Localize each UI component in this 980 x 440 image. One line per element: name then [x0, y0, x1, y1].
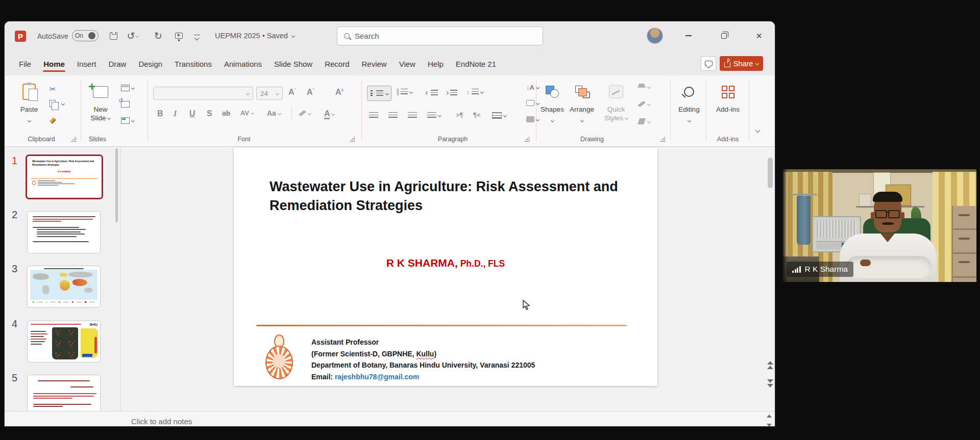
bullets-dropdown-icon[interactable] [385, 91, 388, 95]
section-dropdown-icon[interactable] [131, 119, 135, 122]
highlight-dropdown-icon[interactable] [308, 111, 311, 115]
justify-dropdown-icon[interactable] [438, 114, 442, 117]
bold-button[interactable]: B [157, 109, 163, 118]
editing-dropdown-icon[interactable] [687, 119, 691, 122]
slide-thumbnail-3[interactable] [27, 266, 101, 307]
spacing-dropdown-icon[interactable] [251, 111, 254, 115]
slide-contact-block[interactable]: Assistant Professor (Former Scientist-D,… [311, 337, 535, 382]
font-color-button[interactable]: A [324, 109, 334, 118]
tab-file[interactable]: File [13, 60, 37, 75]
previous-slide-button[interactable] [767, 361, 773, 369]
rtl-direction-button[interactable]: ¶< [473, 111, 481, 119]
font-dialog-launcher[interactable] [350, 137, 355, 142]
shape-effects-dropdown-icon[interactable] [647, 119, 651, 123]
slide-layout-button[interactable] [121, 85, 134, 91]
shape-fill-dropdown-icon[interactable] [647, 85, 651, 89]
tab-transitions[interactable]: Transitions [168, 60, 218, 75]
save-button[interactable] [107, 30, 120, 42]
italic-button[interactable]: I [174, 109, 177, 118]
shape-fill-button[interactable] [638, 84, 650, 90]
next-slide-button[interactable] [767, 379, 773, 387]
document-title[interactable]: UEPMR 2025 • Saved [215, 32, 295, 40]
tab-endnote[interactable]: EndNote 21 [450, 60, 502, 75]
tab-view[interactable]: View [393, 60, 422, 75]
restore-button[interactable] [713, 21, 735, 50]
character-spacing-button[interactable]: AV [240, 109, 254, 117]
close-button[interactable]: × [748, 21, 770, 50]
layout-dropdown-icon[interactable] [131, 86, 135, 90]
undo-dropdown-icon[interactable] [135, 34, 139, 37]
new-slide-dropdown-icon[interactable] [107, 116, 111, 120]
autosave-toggle[interactable]: On [72, 30, 99, 41]
addins-button[interactable]: Add-ins [712, 81, 744, 114]
convert-smartart-button[interactable] [526, 116, 539, 122]
powerpoint-app-icon[interactable]: P [15, 31, 26, 42]
text-direction-button[interactable] [526, 100, 539, 106]
undo-button[interactable]: ↺ [126, 30, 139, 42]
underline-button[interactable]: U [189, 109, 195, 118]
slide-title-text[interactable]: Wastewater Use in Agriculture: Risk Asse… [270, 177, 627, 215]
tab-draw[interactable]: Draw [102, 60, 132, 75]
justify-button[interactable] [427, 112, 441, 119]
font-name-combobox[interactable] [153, 87, 253, 100]
copy-dropdown-icon[interactable] [61, 101, 65, 105]
strikethrough-button[interactable]: ab [222, 109, 230, 117]
paste-dropdown-icon[interactable] [27, 119, 31, 122]
tab-slide-show[interactable]: Slide Show [268, 60, 318, 75]
section-button[interactable] [121, 117, 134, 124]
thumbnail-scrollbar[interactable] [115, 148, 118, 222]
shapes-button[interactable]: Shapes [538, 81, 567, 124]
tab-review[interactable]: Review [356, 60, 393, 75]
paste-button[interactable]: Paste [16, 81, 42, 124]
align-right-button[interactable] [408, 112, 417, 119]
change-case-button[interactable]: Aa [267, 109, 281, 117]
align-left-button[interactable] [369, 112, 378, 119]
minimize-button[interactable] [677, 21, 700, 50]
numbering-button[interactable]: 123 [397, 89, 412, 96]
font-name-dropdown-icon[interactable] [246, 91, 250, 95]
copy-button[interactable] [50, 100, 64, 107]
webcam-video-window[interactable]: R K Sharma [782, 169, 976, 282]
shape-outline-dropdown-icon[interactable] [647, 102, 651, 106]
search-input[interactable]: Search [337, 27, 543, 45]
share-button[interactable]: Share [720, 56, 763, 71]
tab-insert[interactable]: Insert [71, 60, 103, 75]
tab-animations[interactable]: Animations [218, 60, 268, 75]
slide-author-text[interactable]: R K SHARMA, Ph.D., FLS [234, 257, 657, 269]
quick-access-overflow-button[interactable] [190, 30, 204, 42]
notes-scroll-up[interactable] [767, 415, 772, 418]
drawing-dialog-launcher[interactable] [660, 137, 665, 142]
grow-font-button[interactable]: Aˆ [288, 88, 296, 97]
new-slide-button[interactable]: New Slide [86, 81, 115, 122]
slide-thumbnail-5[interactable] [27, 375, 101, 412]
align-center-button[interactable] [388, 112, 398, 119]
notes-pane[interactable]: Click to add notes [5, 411, 775, 426]
increase-indent-button[interactable] [446, 90, 457, 96]
font-color-dropdown-icon[interactable] [331, 112, 335, 116]
bullets-button[interactable] [367, 86, 391, 101]
reset-slide-button[interactable] [121, 101, 130, 108]
tab-design[interactable]: Design [132, 60, 168, 75]
account-avatar[interactable] [647, 28, 663, 44]
slide-thumbnail-2[interactable] [27, 211, 101, 253]
columns-button[interactable] [492, 112, 506, 119]
start-slideshow-button[interactable] [172, 30, 185, 42]
line-spacing-button[interactable]: ↕ [467, 89, 483, 95]
font-size-combobox[interactable]: 24 [256, 87, 283, 100]
title-dropdown-icon[interactable] [291, 34, 295, 37]
email-link[interactable]: rajeshbhu78@gmail.com [335, 373, 419, 381]
columns-dropdown-icon[interactable] [503, 114, 507, 117]
tab-help[interactable]: Help [422, 60, 450, 75]
redo-button[interactable]: ↻ [152, 30, 165, 42]
font-size-dropdown-icon[interactable] [276, 91, 279, 95]
share-dropdown-icon[interactable] [755, 62, 759, 65]
arrange-dropdown-icon[interactable] [580, 119, 583, 122]
text-shadow-button[interactable]: S [207, 109, 212, 118]
tab-home[interactable]: Home [37, 60, 71, 75]
arrange-button[interactable]: Arrange [566, 81, 598, 124]
ltr-direction-button[interactable]: >¶ [456, 111, 463, 119]
shapes-dropdown-icon[interactable] [550, 119, 554, 122]
slide-thumbnail-4[interactable]: BHU [27, 321, 101, 363]
quick-styles-button[interactable]: QuickStyles [601, 81, 631, 122]
format-painter-button[interactable] [50, 117, 56, 124]
